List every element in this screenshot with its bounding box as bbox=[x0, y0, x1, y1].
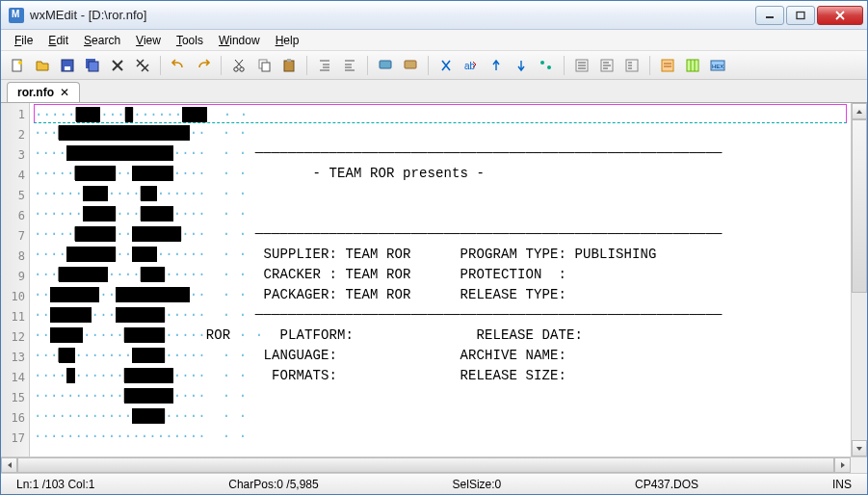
svg-rect-23 bbox=[287, 59, 291, 62]
find-icon[interactable] bbox=[435, 55, 457, 76]
scroll-up-button[interactable] bbox=[852, 103, 867, 119]
save-icon[interactable] bbox=[57, 55, 78, 76]
scroll-corner bbox=[851, 457, 867, 473]
redo-icon[interactable] bbox=[193, 55, 214, 76]
text-mode-icon[interactable] bbox=[657, 55, 678, 76]
status-selsize: SelSize:0 bbox=[445, 478, 510, 491]
scroll-right-button[interactable] bbox=[834, 457, 851, 473]
app-icon bbox=[9, 8, 24, 23]
comment-icon[interactable] bbox=[375, 55, 396, 76]
outdent-icon[interactable] bbox=[339, 55, 360, 76]
svg-rect-22 bbox=[284, 61, 294, 71]
menu-edit[interactable]: Edit bbox=[40, 32, 76, 49]
wrap-none-icon[interactable] bbox=[571, 55, 592, 76]
scroll-left-button[interactable] bbox=[1, 457, 17, 473]
window-title: wxMEdit - [D:\ror.nfo] bbox=[30, 8, 753, 22]
toolbar-sep bbox=[367, 56, 368, 75]
svg-line-18 bbox=[236, 60, 243, 67]
svg-rect-49 bbox=[662, 60, 673, 71]
toolbar-sep bbox=[221, 56, 222, 75]
toolbar-sep bbox=[160, 56, 161, 75]
svg-point-16 bbox=[234, 66, 238, 70]
status-insert-mode[interactable]: INS bbox=[825, 478, 859, 491]
toolbar: ab HEX bbox=[1, 51, 867, 80]
menubar: File Edit Search View Tools Window Help bbox=[1, 30, 867, 51]
minimize-button[interactable] bbox=[755, 6, 784, 25]
new-file-icon[interactable] bbox=[7, 55, 28, 76]
svg-point-17 bbox=[240, 66, 244, 70]
status-position: Ln:1 /103 Col:1 bbox=[9, 478, 102, 491]
menu-file[interactable]: File bbox=[7, 32, 40, 49]
line-gutter: 1234567891011121314151617 bbox=[1, 103, 30, 456]
menu-window[interactable]: Window bbox=[211, 32, 268, 49]
scroll-down-button[interactable] bbox=[852, 440, 867, 456]
toolbar-sep bbox=[428, 56, 429, 75]
tabbar: ror.nfo ✕ bbox=[1, 80, 867, 103]
close-all-icon[interactable] bbox=[132, 55, 153, 76]
menu-view[interactable]: View bbox=[128, 32, 169, 49]
window-buttons bbox=[753, 6, 863, 25]
svg-rect-52 bbox=[687, 60, 698, 71]
vertical-scrollbar[interactable] bbox=[851, 103, 867, 456]
scroll-track[interactable] bbox=[17, 457, 834, 473]
svg-rect-1 bbox=[797, 12, 804, 18]
menu-tools[interactable]: Tools bbox=[169, 32, 211, 49]
status-encoding[interactable]: CP437.DOS bbox=[627, 478, 706, 491]
svg-rect-32 bbox=[380, 61, 391, 68]
svg-rect-33 bbox=[405, 61, 416, 68]
find-prev-icon[interactable] bbox=[486, 55, 507, 76]
svg-rect-9 bbox=[89, 62, 98, 71]
menu-search[interactable]: Search bbox=[76, 32, 128, 49]
maximize-button[interactable] bbox=[786, 6, 815, 25]
column-mode-icon[interactable] bbox=[682, 55, 703, 76]
svg-point-35 bbox=[540, 61, 544, 65]
toolbar-sep bbox=[306, 56, 307, 75]
paste-icon[interactable] bbox=[278, 55, 300, 76]
statusbar: Ln:1 /103 Col:1 CharPos:0 /5,985 SelSize… bbox=[1, 473, 867, 494]
app-window: wxMEdit - [D:\ror.nfo] File Edit Search … bbox=[0, 0, 868, 495]
svg-point-5 bbox=[18, 61, 22, 65]
cut-icon[interactable] bbox=[228, 55, 250, 76]
file-tab[interactable]: ror.nfo ✕ bbox=[7, 82, 80, 102]
horizontal-scrollbar[interactable] bbox=[1, 456, 867, 473]
toolbar-sep bbox=[649, 56, 650, 75]
svg-rect-21 bbox=[262, 63, 270, 71]
uncomment-icon[interactable] bbox=[400, 55, 421, 76]
svg-text:HEX: HEX bbox=[712, 64, 723, 69]
open-file-icon[interactable] bbox=[32, 55, 53, 76]
wrap-window-icon[interactable] bbox=[596, 55, 618, 76]
copy-icon[interactable] bbox=[253, 55, 275, 76]
svg-line-19 bbox=[235, 60, 242, 67]
close-button[interactable] bbox=[817, 6, 863, 25]
indent-icon[interactable] bbox=[314, 55, 335, 76]
tab-close-icon[interactable]: ✕ bbox=[60, 86, 69, 99]
text-editor[interactable]: ·····███···█······███ · · ···███████████… bbox=[30, 103, 851, 456]
svg-point-36 bbox=[547, 65, 551, 69]
scroll-track[interactable] bbox=[852, 119, 867, 440]
titlebar: wxMEdit - [D:\ror.nfo] bbox=[1, 1, 867, 30]
toolbar-sep bbox=[564, 56, 565, 75]
svg-rect-7 bbox=[65, 66, 70, 70]
scroll-thumb[interactable] bbox=[852, 119, 867, 293]
bookmark-icon[interactable] bbox=[536, 55, 557, 76]
save-all-icon[interactable] bbox=[82, 55, 103, 76]
close-file-icon[interactable] bbox=[107, 55, 128, 76]
replace-icon[interactable]: ab bbox=[460, 55, 482, 76]
scroll-thumb[interactable] bbox=[17, 457, 834, 473]
editor-area: 1234567891011121314151617 ·····███···█··… bbox=[1, 103, 867, 456]
undo-icon[interactable] bbox=[168, 55, 189, 76]
wrap-column-icon[interactable] bbox=[621, 55, 643, 76]
find-next-icon[interactable] bbox=[511, 55, 532, 76]
tab-label: ror.nfo bbox=[17, 86, 54, 99]
status-charpos: CharPos:0 /5,985 bbox=[221, 478, 326, 491]
menu-help[interactable]: Help bbox=[268, 32, 307, 49]
hex-mode-icon[interactable]: HEX bbox=[707, 55, 728, 76]
